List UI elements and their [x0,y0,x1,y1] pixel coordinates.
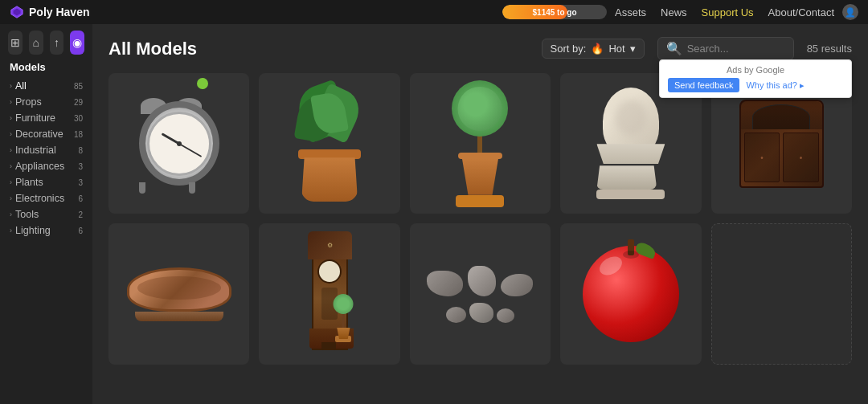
sidebar-item-label: Electronics [15,193,75,204]
search-icon: 🔍 [666,41,682,56]
sort-dropdown[interactable]: Sort by: 🔥 Hot ▾ [542,39,645,59]
sidebar-item-props[interactable]: › Props 29 [0,94,92,110]
ads-actions: Send feedback Why this ad? ▸ [668,78,843,92]
model-card-clock[interactable] [108,73,249,214]
site-logo[interactable]: Poly Haven [10,5,89,19]
chevron-icon: › [10,146,12,154]
search-box[interactable]: 🔍 [657,37,794,60]
new-badge [197,78,208,89]
sidebar: ⊞ ⌂ ↑ ◉ Models › All 85 › Props 29 › Fur… [0,24,92,404]
sidebar-item-appliances[interactable]: › Appliances 3 [0,158,92,174]
funding-progress-bar[interactable]: $1145 to go [502,5,607,19]
chevron-icon: › [10,82,12,90]
sidebar-item-all[interactable]: › All 85 [0,78,92,94]
sidebar-item-lighting[interactable]: › Lighting 6 [0,222,92,239]
main-content: Ads by Google Send feedback Why this ad?… [92,24,868,404]
sidebar-item-count: 6 [78,194,83,203]
chevron-icon: › [10,98,12,106]
model-card-plant-tree[interactable] [410,73,551,214]
why-this-ad-link[interactable]: Why this ad? ▸ [746,80,805,91]
model-card-stone-bowl[interactable] [108,223,249,364]
sidebar-item-count: 6 [78,226,83,235]
sidebar-item-label: Tools [15,209,75,220]
sidebar-item-plants[interactable]: › Plants 3 [0,174,92,190]
model-card-rocks[interactable] [410,223,551,364]
apple-preview [560,223,701,364]
sidebar-item-label: Props [15,96,71,108]
chevron-icon: › [10,114,12,122]
sidebar-item-count: 30 [74,114,83,123]
results-count: 85 results [807,43,852,55]
clock-preview [108,73,249,214]
chevron-icon: › [10,194,12,202]
stone-bowl-preview [108,223,249,364]
models-grid: ⚙ [108,73,852,365]
send-feedback-button[interactable]: Send feedback [668,78,739,92]
sidebar-item-label: Appliances [15,161,75,172]
sphere-button[interactable]: ◉ [70,31,84,55]
sidebar-item-count: 85 [74,82,83,91]
content-header: All Models Sort by: 🔥 Hot ▾ 🔍 85 results [108,37,852,60]
chevron-down-icon: ▾ [630,43,636,55]
sidebar-item-label: Lighting [15,225,75,236]
user-avatar[interactable]: 👤 [842,4,858,20]
model-card-grandfather-clock[interactable]: ⚙ [259,223,399,364]
grid-view-button[interactable]: ⊞ [8,31,23,55]
sidebar-item-label: Plants [15,177,75,188]
sidebar-icon-bar: ⊞ ⌂ ↑ ◉ [0,31,92,61]
model-card-plant-pothos[interactable] [259,73,399,214]
nav-support-us[interactable]: Support Us [702,6,754,18]
chevron-icon: › [10,162,12,170]
sidebar-item-decorative[interactable]: › Decorative 18 [0,126,92,142]
sidebar-item-label: Furniture [15,112,71,124]
grandfather-clock-preview: ⚙ [259,223,399,364]
poly-haven-logo-icon [10,5,24,19]
sidebar-item-label: All [15,80,71,92]
nav-about[interactable]: About/Contact [768,6,834,18]
plant-tree-preview [410,73,551,214]
sort-value: Hot [608,43,624,55]
model-card-apple[interactable] [560,223,701,364]
chevron-icon: › [10,210,12,218]
chevron-icon: › [10,226,12,235]
home-button[interactable]: ⌂ [29,31,43,55]
fire-icon: 🔥 [591,43,604,55]
plant-pothos-preview [259,73,399,214]
ads-popup: Ads by Google Send feedback Why this ad?… [659,59,852,98]
chevron-icon: › [10,130,12,138]
sidebar-item-furniture[interactable]: › Furniture 30 [0,110,92,126]
sidebar-item-count: 2 [78,210,83,219]
nav-news[interactable]: News [661,6,687,18]
nav-links: Assets News Support Us About/Contact [615,6,834,18]
model-card-empty[interactable] [711,223,852,364]
search-input[interactable] [687,43,792,55]
sort-label: Sort by: [551,43,587,55]
nav-assets[interactable]: Assets [615,6,646,18]
sidebar-item-electronics[interactable]: › Electronics 6 [0,190,92,206]
sidebar-section-title: Models [0,61,92,78]
chevron-icon: › [10,178,12,186]
ads-title: Ads by Google [668,65,843,75]
sidebar-item-tools[interactable]: › Tools 2 [0,206,92,222]
sidebar-item-count: 18 [74,130,83,139]
page-title: All Models [108,39,197,59]
main-area: ⊞ ⌂ ↑ ◉ Models › All 85 › Props 29 › Fur… [0,24,868,404]
sidebar-item-count: 3 [78,162,83,171]
rocks-preview [410,223,551,364]
sidebar-item-label: Decorative [15,129,71,140]
site-name: Poly Haven [29,6,89,18]
sidebar-item-count: 29 [74,98,83,107]
sidebar-item-label: Industrial [15,145,75,156]
sidebar-item-count: 3 [78,178,83,187]
sidebar-item-count: 8 [78,146,83,155]
progress-label: $1145 to go [533,8,577,17]
sidebar-item-industrial[interactable]: › Industrial 8 [0,142,92,158]
topnav: Poly Haven $1145 to go Assets News Suppo… [0,0,868,24]
upload-button[interactable]: ↑ [50,31,64,55]
